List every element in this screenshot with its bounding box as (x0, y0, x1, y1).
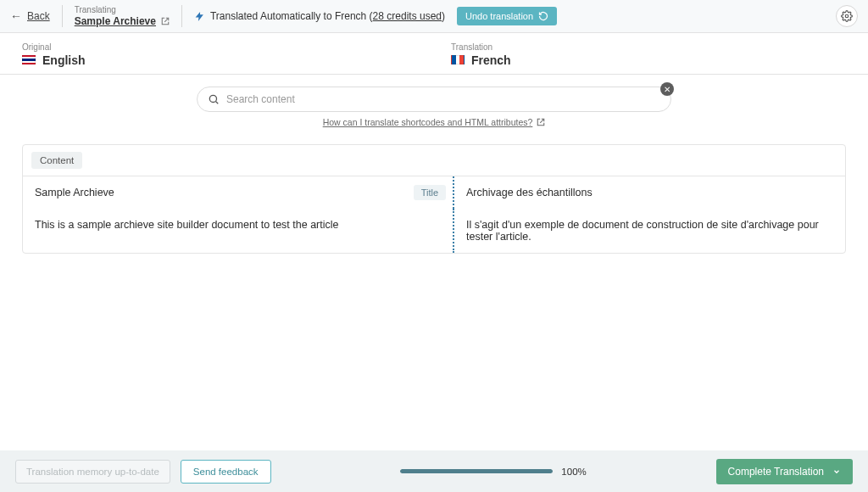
translation-memory-button: Translation memory up-to-date (15, 460, 170, 484)
progress-text: 100% (561, 467, 586, 477)
external-link-icon (537, 118, 545, 126)
original-text: Sample Archieve (35, 187, 114, 198)
progress-bar (400, 469, 553, 473)
status-prefix: Translated Automatically to French ( (210, 10, 373, 22)
translation-cell[interactable]: Archivage des échantillons (454, 176, 845, 209)
translation-status: Translated Automatically to French (28 c… (194, 7, 557, 25)
header-divider (62, 5, 63, 27)
table-row: Sample Archieve Title Archivage des écha… (23, 176, 845, 209)
translation-text: Archivage des échantillons (466, 187, 593, 198)
document-title: Sample Archieve (75, 15, 156, 27)
translating-label: Translating (75, 5, 170, 15)
undo-translation-button[interactable]: Undo translation (457, 7, 557, 25)
chevron-down-icon (832, 467, 841, 476)
undo-label: Undo translation (465, 11, 533, 21)
back-label: Back (27, 10, 50, 22)
original-label: Original (22, 42, 417, 52)
flag-uk-icon (22, 55, 36, 64)
original-language-col: Original English (0, 33, 439, 74)
translation-text: Il s'agit d'un exemple de document de co… (466, 219, 819, 243)
search-section: ✕ How can I translate shortcodes and HTM… (0, 75, 868, 132)
search-input[interactable] (226, 93, 660, 105)
status-suffix: ) (442, 10, 445, 22)
undo-icon (538, 11, 548, 21)
back-button[interactable]: ← Back (10, 9, 50, 23)
title-badge: Title (414, 185, 446, 200)
header-bar: ← Back Translating Sample Archieve Trans… (0, 0, 868, 33)
footer-bar: Translation memory up-to-date Send feedb… (0, 450, 868, 492)
credits-used-link[interactable]: 28 credits used (373, 10, 442, 22)
send-feedback-button[interactable]: Send feedback (181, 460, 271, 484)
help-link-text: How can I translate shortcodes and HTML … (323, 117, 533, 127)
table-row: This is a sample archieve site builder d… (23, 209, 845, 253)
header-divider (181, 5, 182, 27)
svg-point-1 (209, 95, 216, 102)
search-box[interactable]: ✕ (197, 87, 671, 112)
help-link[interactable]: How can I translate shortcodes and HTML … (323, 117, 546, 127)
original-cell[interactable]: This is a sample archieve site builder d… (23, 209, 453, 253)
translation-label: Translation (451, 42, 846, 52)
panel-area: Content Sample Archieve Title Archivage … (0, 132, 868, 254)
language-row: Original English Translation French (0, 33, 868, 75)
flag-fr-icon (451, 55, 465, 64)
svg-point-0 (845, 14, 849, 18)
gear-icon (841, 10, 853, 22)
original-language-name: English (42, 53, 86, 67)
translating-block: Translating Sample Archieve (75, 5, 170, 27)
external-link-icon (161, 17, 170, 25)
settings-button[interactable] (836, 5, 858, 27)
document-title-link[interactable]: Sample Archieve (75, 15, 170, 27)
translation-language-col: Translation French (439, 33, 868, 74)
panel-header: Content (23, 145, 845, 176)
progress-section: 100% (281, 467, 706, 477)
tab-content[interactable]: Content (31, 152, 82, 169)
translation-language-name: French (471, 53, 511, 67)
original-cell[interactable]: Sample Archieve Title (23, 176, 453, 209)
progress-fill (400, 469, 553, 473)
arrow-left-icon: ← (10, 9, 22, 23)
translation-cell[interactable]: Il s'agit d'un exemple de document de co… (454, 209, 845, 253)
clear-search-button[interactable]: ✕ (660, 82, 674, 96)
close-icon: ✕ (664, 85, 670, 94)
search-icon (208, 93, 220, 105)
complete-label: Complete Translation (728, 466, 824, 478)
original-text: This is a sample archieve site builder d… (35, 219, 339, 231)
complete-translation-button[interactable]: Complete Translation (716, 459, 853, 484)
content-panel: Content Sample Archieve Title Archivage … (22, 144, 846, 254)
bolt-icon (194, 11, 205, 22)
